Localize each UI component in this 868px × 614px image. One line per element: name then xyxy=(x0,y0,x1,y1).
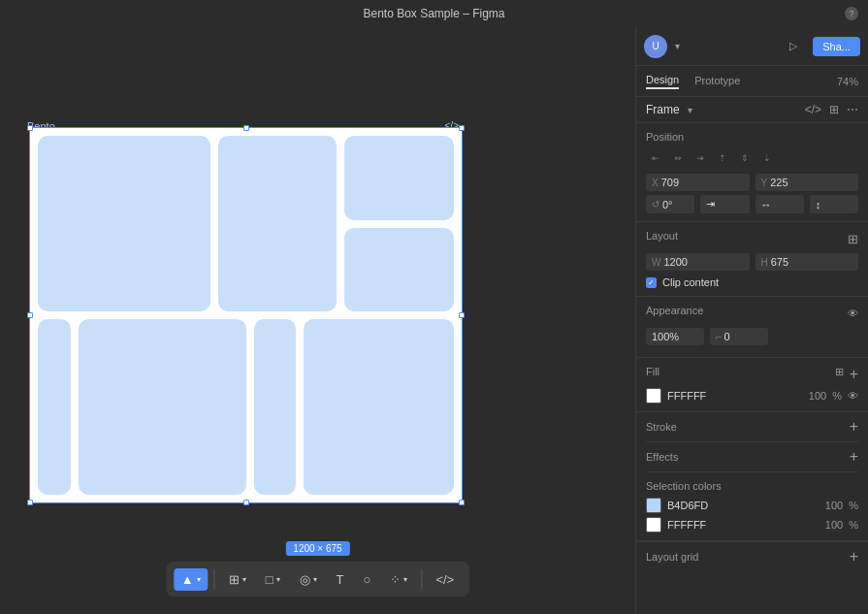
layout-grid-icon[interactable]: ⊞ xyxy=(848,232,858,246)
plugins-icon: ⁘ xyxy=(390,572,401,587)
toolbar-frame[interactable]: ⊞ ▾ xyxy=(221,568,254,591)
flip-h-field[interactable]: ⇥ xyxy=(700,195,749,213)
layout-label: Layout xyxy=(646,230,678,242)
rotation-field[interactable]: ↺ 0° xyxy=(646,195,694,213)
bento-cell-bot-large xyxy=(304,319,454,495)
clip-row: ✓ Clip content xyxy=(646,276,858,288)
handle-top-right[interactable] xyxy=(459,125,465,131)
sel-opacity-1[interactable]: 100 xyxy=(825,500,843,511)
bento-cell-bot-tiny xyxy=(38,319,71,495)
align-top[interactable]: ⇡ xyxy=(713,148,732,168)
bento-cell-bot-wide xyxy=(79,319,245,495)
sel-hex-1[interactable]: B4D6FD xyxy=(667,500,820,511)
code-icon-frame[interactable]: </> xyxy=(805,103,821,116)
handle-mid-right[interactable] xyxy=(459,312,465,318)
fill-hex[interactable]: FFFFFF xyxy=(667,390,803,402)
text-icon: T xyxy=(337,572,344,587)
xy-row: X 709 Y 225 xyxy=(646,174,858,191)
opacity-radius-row: 100% ⌐ 0 xyxy=(646,328,858,345)
fill-swatch[interactable] xyxy=(646,388,661,404)
toolbar-text[interactable]: T xyxy=(329,568,352,591)
selection-colors-label: Selection colors xyxy=(646,480,858,492)
effects-section: Effects + xyxy=(636,442,868,471)
add-stroke-button[interactable]: + xyxy=(850,418,858,436)
bento-cell-top-right-group xyxy=(344,136,454,311)
tab-row: Design Prototype 74% xyxy=(636,66,868,97)
info-button[interactable]: ? xyxy=(845,7,858,20)
align-middle-v[interactable]: ⇕ xyxy=(735,148,755,168)
pen-icon: ◎ xyxy=(300,572,310,587)
sel-percent-2: % xyxy=(849,519,858,531)
sel-color-row-1: B4D6FD 100 % xyxy=(646,498,858,513)
h-field[interactable]: H 675 xyxy=(755,253,859,271)
tab-design[interactable]: Design xyxy=(646,74,679,89)
position-label: Position xyxy=(646,131,858,143)
canvas-area[interactable]: Bento </> xyxy=(0,27,635,614)
shape-chevron: ▾ xyxy=(276,575,280,584)
w-field[interactable]: W 1200 xyxy=(646,253,750,271)
toolbar-plugins[interactable]: ⁘ ▾ xyxy=(382,568,415,591)
handle-bottom-right[interactable] xyxy=(459,500,465,505)
sel-opacity-2[interactable]: 100 xyxy=(825,519,843,531)
toolbar-select[interactable]: ▲ ▾ xyxy=(174,568,209,591)
share-button[interactable]: Sha... xyxy=(813,37,860,56)
zoom-level[interactable]: 74% xyxy=(837,76,858,87)
add-fill-button[interactable]: + xyxy=(850,366,858,383)
main-layout: Bento </> xyxy=(0,27,868,614)
opacity-field[interactable]: 100% xyxy=(646,328,704,345)
select-chevron: ▾ xyxy=(197,575,201,584)
appearance-eye-icon[interactable]: 👁 xyxy=(848,307,858,319)
frame-chevron: ▾ xyxy=(242,575,246,584)
bento-cell-top-left xyxy=(38,136,210,311)
handle-mid-left[interactable] xyxy=(27,312,33,318)
x-field[interactable]: X 709 xyxy=(646,174,750,191)
fill-visibility-icon[interactable]: 👁 xyxy=(848,390,858,402)
toolbar-ellipse[interactable]: ○ xyxy=(356,568,379,591)
canvas-toolbar: ▲ ▾ ⊞ ▾ □ ▾ ◎ ▾ T ○ ⁘ xyxy=(166,562,469,597)
align-left[interactable]: ⇤ xyxy=(646,148,665,168)
handle-top-mid[interactable] xyxy=(243,125,249,131)
handle-top-left[interactable] xyxy=(27,125,33,131)
sel-hex-2[interactable]: FFFFFF xyxy=(667,519,820,531)
fill-grid-icon[interactable]: ⊞ xyxy=(835,366,844,383)
fill-opacity-value[interactable]: 100 xyxy=(809,390,826,402)
layout-section: Layout ⊞ W 1200 H 675 ✓ Clip content xyxy=(636,222,868,297)
handle-bottom-mid[interactable] xyxy=(243,500,249,505)
bento-frame[interactable] xyxy=(29,127,463,503)
bento-cell-bot-slim xyxy=(254,319,296,495)
clip-checkbox[interactable]: ✓ xyxy=(646,277,657,288)
sel-percent-1: % xyxy=(849,500,858,511)
align-bottom[interactable]: ⇣ xyxy=(757,148,777,168)
sel-swatch-1[interactable] xyxy=(646,498,661,513)
radius-field[interactable]: ⌐ 0 xyxy=(710,328,768,345)
align-right[interactable]: ⇥ xyxy=(691,148,710,168)
plugins-chevron: ▾ xyxy=(403,575,407,584)
align-center-h[interactable]: ⇔ xyxy=(668,148,688,168)
avatar[interactable]: U xyxy=(644,35,667,58)
frame-dropdown-chevron[interactable]: ▾ xyxy=(688,105,692,115)
handle-bottom-left[interactable] xyxy=(27,500,33,505)
play-button[interactable]: ▷ xyxy=(782,35,805,58)
flip-h-icon: ⇥ xyxy=(706,198,715,210)
y-value: 225 xyxy=(770,177,788,188)
more-icon-frame[interactable]: ⋯ xyxy=(847,103,858,116)
scale-field[interactable]: ↕ xyxy=(810,195,858,213)
y-field[interactable]: Y 225 xyxy=(755,174,859,191)
toolbar-pen[interactable]: ◎ ▾ xyxy=(292,568,325,591)
toolbar-code[interactable]: </> xyxy=(428,568,462,591)
grid-icon-frame[interactable]: ⊞ xyxy=(829,103,839,116)
sel-swatch-2[interactable] xyxy=(646,517,661,533)
add-layout-grid-button[interactable]: + xyxy=(850,548,858,566)
bento-cell-top-right-upper xyxy=(344,136,454,220)
toolbar-shape[interactable]: □ ▾ xyxy=(258,568,288,591)
fill-label: Fill xyxy=(646,366,659,377)
appearance-section: Appearance 👁 100% ⌐ 0 xyxy=(636,297,868,358)
stroke-section: Stroke + xyxy=(636,412,868,441)
frame-icon: ⊞ xyxy=(229,572,240,587)
w-value: 1200 xyxy=(663,256,687,268)
toolbar-sep-1 xyxy=(214,569,215,589)
add-effect-button[interactable]: + xyxy=(850,448,858,466)
tab-prototype[interactable]: Prototype xyxy=(694,75,740,88)
flip-v-field[interactable]: ↔ xyxy=(755,195,804,213)
panel-top: U ▾ ▷ Sha... xyxy=(636,27,868,66)
